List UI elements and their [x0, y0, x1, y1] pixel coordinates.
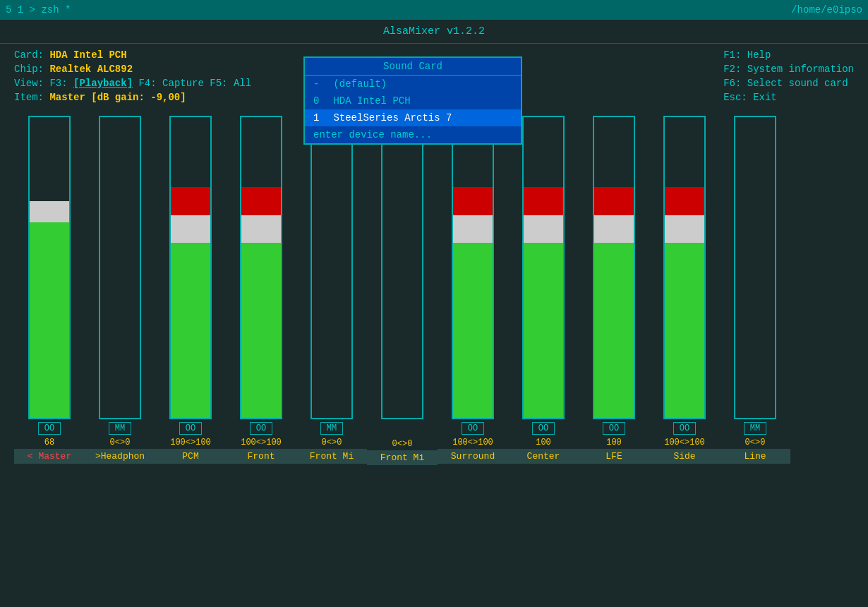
channel-badge-8: OO — [603, 422, 625, 435]
channel-strip-0[interactable]: OO68< Master — [14, 116, 85, 464]
app-title: AlsaMixer v1.2.2 — [383, 25, 485, 37]
channel-value-6: 100<>100 — [452, 438, 493, 447]
channel-strip-2[interactable]: OO100<>100PCM — [155, 116, 226, 464]
dialog-item-3[interactable]: enter device name... — [305, 126, 521, 143]
info-right: F1: Help F2: System information F6: Sele… — [723, 49, 854, 103]
fader-0[interactable] — [28, 116, 71, 419]
channel-value-0: 68 — [44, 438, 54, 447]
card-value: HDA Intel PCH — [49, 49, 126, 61]
dialog-item-2[interactable]: 1 SteelSeries Arctis 7 — [305, 109, 521, 126]
view-f3-key: F3: — [49, 78, 67, 89]
fader-1[interactable] — [99, 116, 141, 419]
channel-name-6[interactable]: Surround — [438, 449, 508, 464]
channel-name-0[interactable]: < Master — [14, 449, 85, 464]
channel-name-8[interactable]: LFE — [579, 449, 649, 464]
top-bar: 5 1 > zsh * /home/e0ipso — [0, 0, 868, 20]
channel-strip-6[interactable]: OO100<>100Surround — [438, 116, 508, 464]
channel-badge-7: OO — [532, 422, 555, 435]
top-bar-right: /home/e0ipso — [791, 4, 862, 16]
channel-name-7[interactable]: Center — [508, 449, 579, 464]
dialog-item-0[interactable]: - (default) — [305, 76, 521, 92]
f6-key: F6: — [723, 78, 741, 89]
fader-6[interactable] — [452, 116, 494, 419]
fader-4[interactable] — [311, 116, 353, 419]
help-esc-row: Esc: Exit — [723, 92, 854, 103]
fader-3[interactable] — [240, 116, 282, 419]
esc-val: Exit — [753, 92, 777, 103]
chip-value: Realtek ALC892 — [49, 64, 133, 75]
channel-strip-10[interactable]: MM0<>0Line — [720, 116, 790, 464]
fader-9[interactable] — [663, 116, 706, 419]
channel-name-3[interactable]: Front — [226, 449, 296, 464]
mixer-area: OO68< MasterMM0<>0>HeadphonOO100<>100PCM… — [0, 109, 868, 504]
channel-name-4[interactable]: Front Mi — [296, 449, 367, 464]
channel-badge-2: OO — [179, 422, 202, 435]
channel-value-8: 100 — [606, 438, 622, 447]
channel-badge-9: OO — [673, 422, 696, 435]
top-bar-left: 5 1 > zsh * — [6, 4, 71, 16]
channel-badge-6: OO — [462, 422, 484, 435]
channel-strip-5[interactable]: 0<>0Front Mi — [367, 116, 438, 465]
f1-val: Help — [747, 49, 771, 61]
channel-badge-1: MM — [109, 422, 131, 435]
help-f2-row: F2: System information — [723, 64, 854, 75]
channel-strip-9[interactable]: OO100<>100Side — [649, 116, 720, 464]
view-label: View: — [14, 78, 44, 89]
fader-8[interactable] — [593, 116, 635, 419]
channel-value-5: 0<>0 — [392, 439, 413, 449]
channel-name-5[interactable]: Front Mi — [367, 450, 438, 465]
channel-strip-8[interactable]: OO100LFE — [579, 116, 649, 464]
channel-value-7: 100 — [536, 438, 551, 447]
channel-name-1[interactable]: >Headphon — [85, 449, 155, 464]
channel-name-9[interactable]: Side — [649, 449, 720, 464]
channel-badge-3: OO — [250, 422, 272, 435]
dialog-item-1[interactable]: 0 HDA Intel PCH — [305, 92, 521, 109]
channel-value-4: 0<>0 — [322, 438, 342, 447]
esc-key: Esc: — [723, 92, 747, 103]
channel-strip-1[interactable]: MM0<>0>Headphon — [85, 116, 155, 464]
channel-strip-7[interactable]: OO100Center — [508, 116, 579, 464]
channel-value-1: 0<>0 — [110, 438, 131, 447]
channel-value-10: 0<>0 — [745, 438, 766, 447]
channel-name-10[interactable]: Line — [720, 449, 790, 464]
fader-10[interactable] — [734, 116, 776, 419]
fader-5[interactable] — [381, 116, 423, 419]
sound-card-dialog[interactable]: Sound Card - (default)0 HDA Intel PCH1 S… — [303, 56, 522, 145]
card-label: Card: — [14, 49, 44, 61]
chip-row: Chip: Realtek ALC892 — [14, 64, 251, 75]
channel-strip-4[interactable]: MM0<>0Front Mi — [296, 116, 367, 464]
f2-key: F2: — [723, 64, 741, 75]
channel-badge-10: MM — [744, 422, 766, 435]
channel-value-2: 100<>100 — [170, 438, 211, 447]
fader-2[interactable] — [169, 116, 212, 419]
fader-7[interactable] — [522, 116, 565, 419]
view-f4[interactable]: F4: Capture — [138, 78, 203, 89]
f1-key: F1: — [723, 49, 741, 61]
help-f1-row: F1: Help — [723, 49, 854, 61]
dialog-title: Sound Card — [305, 58, 521, 76]
f2-val: System information — [747, 64, 854, 75]
item-row: Item: Master [dB gain: -9,00] — [14, 92, 251, 103]
item-label: Item: — [14, 92, 44, 103]
card-row: Card: HDA Intel PCH — [14, 49, 251, 61]
channel-name-2[interactable]: PCM — [155, 449, 226, 464]
channel-badge-0: OO — [38, 422, 61, 435]
f6-val: Select sound card — [747, 78, 848, 89]
chip-label: Chip: — [14, 64, 44, 75]
channel-badge-4: MM — [320, 422, 343, 435]
view-row: View: F3: [Playback] F4: Capture F5: All — [14, 78, 251, 89]
view-f3-value[interactable]: [Playback] — [73, 78, 133, 89]
channel-strip-3[interactable]: OO100<>100Front — [226, 116, 296, 464]
info-left: Card: HDA Intel PCH Chip: Realtek ALC892… — [14, 49, 251, 103]
item-value: Master [dB gain: -9,00] — [49, 92, 186, 103]
channel-value-3: 100<>100 — [241, 438, 282, 447]
channel-value-9: 100<>100 — [664, 438, 705, 447]
title-bar: AlsaMixer v1.2.2 — [0, 20, 868, 44]
view-f5[interactable]: F5: All — [210, 78, 251, 89]
help-f6-row: F6: Select sound card — [723, 78, 854, 89]
